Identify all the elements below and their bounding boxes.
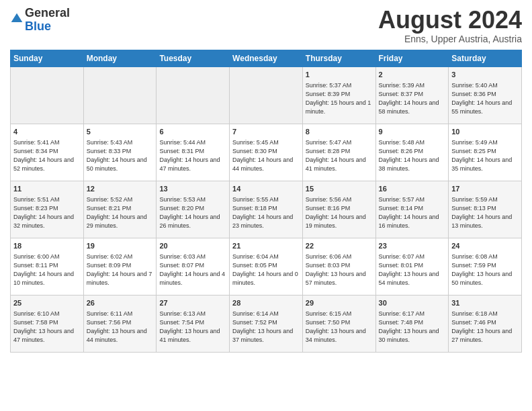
calendar-cell: 27Sunrise: 6:13 AMSunset: 7:54 PMDayligh…: [157, 295, 230, 352]
header-tuesday: Tuesday: [157, 50, 230, 66]
calendar-cell: 11Sunrise: 5:51 AMSunset: 8:23 PMDayligh…: [11, 181, 84, 238]
day-number: 24: [451, 241, 519, 251]
cell-content: Sunrise: 6:07 AMSunset: 8:01 PMDaylight:…: [379, 253, 446, 287]
day-number: 4: [13, 127, 81, 137]
cell-content: Sunrise: 5:47 AMSunset: 8:28 PMDaylight:…: [306, 138, 373, 173]
header-monday: Monday: [83, 50, 157, 66]
calendar-week-row: 18Sunrise: 6:00 AMSunset: 8:11 PMDayligh…: [11, 238, 522, 295]
calendar-cell: 14Sunrise: 5:55 AMSunset: 8:18 PMDayligh…: [230, 181, 303, 238]
day-number: 22: [306, 241, 373, 251]
calendar-cell: 2Sunrise: 5:39 AMSunset: 8:37 PMDaylight…: [375, 66, 449, 124]
cell-content: Sunrise: 6:08 AMSunset: 7:59 PMDaylight:…: [451, 253, 519, 287]
cell-content: Sunrise: 6:04 AMSunset: 8:05 PMDaylight:…: [232, 253, 300, 287]
calendar-cell: 8Sunrise: 5:47 AMSunset: 8:28 PMDaylight…: [302, 124, 375, 181]
calendar-cell: 17Sunrise: 5:59 AMSunset: 8:13 PMDayligh…: [449, 181, 522, 238]
calendar-cell: 21Sunrise: 6:04 AMSunset: 8:05 PMDayligh…: [230, 238, 303, 295]
calendar-cell: 5Sunrise: 5:43 AMSunset: 8:33 PMDaylight…: [83, 124, 157, 181]
day-number: 28: [232, 298, 300, 308]
cell-content: Sunrise: 6:17 AMSunset: 7:48 PMDaylight:…: [379, 310, 446, 345]
cell-content: Sunrise: 6:00 AMSunset: 8:11 PMDaylight:…: [13, 253, 81, 287]
calendar-week-row: 1Sunrise: 5:37 AMSunset: 8:39 PMDaylight…: [11, 66, 522, 124]
calendar-cell: 24Sunrise: 6:08 AMSunset: 7:59 PMDayligh…: [449, 238, 522, 295]
header: General Blue August 2024 Enns, Upper Aus…: [10, 7, 522, 44]
calendar-cell: 22Sunrise: 6:06 AMSunset: 8:03 PMDayligh…: [302, 238, 375, 295]
calendar-table: Sunday Monday Tuesday Wednesday Thursday…: [10, 50, 522, 353]
day-number: 5: [87, 127, 154, 137]
calendar-cell: 25Sunrise: 6:10 AMSunset: 7:58 PMDayligh…: [11, 295, 84, 352]
calendar-body: 1Sunrise: 5:37 AMSunset: 8:39 PMDaylight…: [11, 66, 522, 352]
month-title: August 2024: [378, 7, 522, 34]
day-number: 26: [87, 298, 154, 308]
calendar-cell: 10Sunrise: 5:49 AMSunset: 8:25 PMDayligh…: [449, 124, 522, 181]
calendar-cell: 15Sunrise: 5:56 AMSunset: 8:16 PMDayligh…: [302, 181, 375, 238]
calendar-cell: 23Sunrise: 6:07 AMSunset: 8:01 PMDayligh…: [375, 238, 449, 295]
calendar-cell: 31Sunrise: 6:18 AMSunset: 7:46 PMDayligh…: [449, 295, 522, 352]
calendar-cell: 12Sunrise: 5:52 AMSunset: 8:21 PMDayligh…: [83, 181, 157, 238]
cell-content: Sunrise: 5:49 AMSunset: 8:25 PMDaylight:…: [451, 138, 519, 173]
cell-content: Sunrise: 6:11 AMSunset: 7:56 PMDaylight:…: [87, 310, 154, 345]
day-number: 14: [232, 184, 300, 194]
cell-content: Sunrise: 5:43 AMSunset: 8:33 PMDaylight:…: [87, 138, 154, 173]
logo: General Blue: [10, 7, 70, 34]
day-number: 6: [159, 127, 226, 137]
calendar-cell: [230, 66, 303, 124]
day-number: 11: [13, 184, 81, 194]
logo-general-text: General: [25, 6, 70, 19]
cell-content: Sunrise: 5:44 AMSunset: 8:31 PMDaylight:…: [159, 138, 226, 173]
calendar-cell: [83, 66, 157, 124]
cell-content: Sunrise: 6:15 AMSunset: 7:50 PMDaylight:…: [306, 310, 373, 345]
cell-content: Sunrise: 5:55 AMSunset: 8:18 PMDaylight:…: [232, 195, 300, 230]
cell-content: Sunrise: 5:40 AMSunset: 8:36 PMDaylight:…: [451, 81, 519, 116]
day-number: 20: [159, 241, 226, 251]
cell-content: Sunrise: 6:03 AMSunset: 8:07 PMDaylight:…: [159, 253, 226, 287]
calendar-cell: 20Sunrise: 6:03 AMSunset: 8:07 PMDayligh…: [157, 238, 230, 295]
calendar-cell: 29Sunrise: 6:15 AMSunset: 7:50 PMDayligh…: [302, 295, 375, 352]
day-number: 10: [451, 127, 519, 137]
header-saturday: Saturday: [449, 50, 522, 66]
calendar-cell: 7Sunrise: 5:45 AMSunset: 8:30 PMDaylight…: [230, 124, 303, 181]
day-number: 15: [306, 184, 373, 194]
day-number: 17: [451, 184, 519, 194]
day-number: 3: [451, 70, 519, 80]
calendar-week-row: 25Sunrise: 6:10 AMSunset: 7:58 PMDayligh…: [11, 295, 522, 352]
cell-content: Sunrise: 5:37 AMSunset: 8:39 PMDaylight:…: [306, 81, 373, 116]
day-number: 23: [379, 241, 446, 251]
main-container: General Blue August 2024 Enns, Upper Aus…: [0, 0, 532, 359]
calendar-cell: 1Sunrise: 5:37 AMSunset: 8:39 PMDaylight…: [302, 66, 375, 124]
cell-content: Sunrise: 5:56 AMSunset: 8:16 PMDaylight:…: [306, 195, 373, 230]
calendar-week-row: 4Sunrise: 5:41 AMSunset: 8:34 PMDaylight…: [11, 124, 522, 181]
day-number: 13: [159, 184, 226, 194]
cell-content: Sunrise: 6:14 AMSunset: 7:52 PMDaylight:…: [232, 310, 300, 345]
cell-content: Sunrise: 5:41 AMSunset: 8:34 PMDaylight:…: [13, 138, 81, 173]
day-number: 31: [451, 298, 519, 308]
calendar-cell: [157, 66, 230, 124]
calendar-cell: 19Sunrise: 6:02 AMSunset: 8:09 PMDayligh…: [83, 238, 157, 295]
day-number: 12: [87, 184, 154, 194]
header-wednesday: Wednesday: [230, 50, 303, 66]
header-friday: Friday: [375, 50, 449, 66]
day-number: 7: [232, 127, 300, 137]
day-number: 1: [306, 70, 373, 80]
day-number: 16: [379, 184, 446, 194]
calendar-cell: 28Sunrise: 6:14 AMSunset: 7:52 PMDayligh…: [230, 295, 303, 352]
calendar-cell: 18Sunrise: 6:00 AMSunset: 8:11 PMDayligh…: [11, 238, 84, 295]
calendar-cell: [11, 66, 84, 124]
day-number: 25: [13, 298, 81, 308]
cell-content: Sunrise: 5:57 AMSunset: 8:14 PMDaylight:…: [379, 195, 446, 230]
cell-content: Sunrise: 5:52 AMSunset: 8:21 PMDaylight:…: [87, 195, 154, 230]
logo-icon: [10, 12, 24, 26]
logo-blue-text: Blue: [25, 19, 51, 33]
cell-content: Sunrise: 6:02 AMSunset: 8:09 PMDaylight:…: [87, 253, 154, 287]
day-number: 2: [379, 70, 446, 80]
day-number: 18: [13, 241, 81, 251]
calendar-cell: 6Sunrise: 5:44 AMSunset: 8:31 PMDaylight…: [157, 124, 230, 181]
day-number: 8: [306, 127, 373, 137]
calendar-cell: 13Sunrise: 5:53 AMSunset: 8:20 PMDayligh…: [157, 181, 230, 238]
cell-content: Sunrise: 5:45 AMSunset: 8:30 PMDaylight:…: [232, 138, 300, 173]
day-number: 30: [379, 298, 446, 308]
day-number: 9: [379, 127, 446, 137]
calendar-header-row: Sunday Monday Tuesday Wednesday Thursday…: [11, 50, 522, 66]
cell-content: Sunrise: 6:13 AMSunset: 7:54 PMDaylight:…: [159, 310, 226, 345]
day-number: 29: [306, 298, 373, 308]
header-sunday: Sunday: [11, 50, 84, 66]
